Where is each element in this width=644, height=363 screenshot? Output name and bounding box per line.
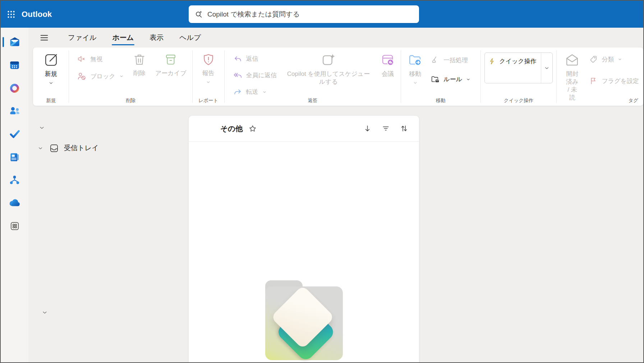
chevron-down-icon [206,80,211,84]
inbox-icon [49,143,59,153]
button-label: フラグを設定 [602,77,639,85]
tab-view[interactable]: 表示 [143,30,170,45]
chevron-down-icon [39,125,45,131]
copilot-icon [9,83,20,94]
org-chart-icon [9,175,20,186]
ribbon-group-respond: 返信 全員に返信 [225,47,401,106]
sidebar-item-calendar[interactable] [1,54,28,77]
chevron-down-icon [262,90,267,94]
button-label: 転送 [246,88,258,96]
sidebar-item-news[interactable] [1,146,28,169]
reply-icon [233,54,242,63]
topbar: Outlook [1,1,643,28]
app-title: Outlook [22,10,52,19]
app-launcher-button[interactable] [1,1,22,28]
move-button[interactable]: 移動 [405,52,426,86]
button-label: Copilot を使用してスケジュールする [287,70,370,86]
star-icon[interactable] [248,124,257,133]
favorites-collapse-button[interactable] [36,122,48,133]
tab-home[interactable]: ホーム [106,30,140,45]
compose-icon [43,52,59,68]
block-button[interactable]: ブロック [74,70,126,83]
search-input[interactable] [207,10,413,18]
message-list: その他 [189,116,419,362]
sidebar-item-onedrive[interactable] [1,192,28,215]
block-person-icon [77,72,86,81]
delete-button[interactable]: 削除 [129,52,150,78]
quick-steps-split-button[interactable]: クイック操作 [484,52,553,83]
categorize-button[interactable]: 分類 [586,53,642,65]
group-label: 返答 [225,97,401,104]
hamburger-menu-button[interactable] [36,31,52,45]
groups-collapse-button[interactable] [38,307,51,318]
sidebar-item-org-chart[interactable] [1,169,28,192]
group-label: レポート [193,97,224,104]
copilot-schedule-icon [321,52,336,68]
menubar: ファイル ホーム 表示 ヘルプ [28,28,643,47]
sweep-button[interactable]: 一括処理 [428,54,473,66]
group-label: クイック操作 [481,97,557,104]
button-label: 新規 [45,70,57,78]
rules-icon [431,75,440,84]
sidebar-item-people[interactable] [1,100,28,123]
group-label: タグ [557,97,643,104]
tab-help[interactable]: ヘルプ [173,30,207,45]
search-box[interactable] [189,5,419,23]
button-label: 移動 [409,70,421,78]
calendar-icon [9,60,20,71]
sweep-icon [431,56,440,65]
news-icon [9,152,20,163]
ignore-button[interactable]: 無視 [74,52,126,65]
list-tab-other[interactable]: その他 [220,124,243,134]
ribbon-group-delete: 無視 ブロック [69,47,192,106]
button-label: アーカイブ [155,69,187,77]
button-label: ブロック [90,72,115,81]
lightning-icon [488,58,496,65]
sidebar-item-more-apps[interactable] [1,215,28,238]
button-label: ルール [443,75,462,83]
reply-button[interactable]: 返信 [230,52,280,65]
tab-file[interactable]: ファイル [61,30,103,45]
mail-icon [9,36,20,48]
read-unread-button[interactable]: 開封済み / 未読 [562,52,583,102]
set-flag-button[interactable]: フラグを設定 [586,75,642,87]
sidebar-item-todo[interactable] [1,123,28,146]
new-mail-button[interactable]: 新規 [41,52,61,86]
ribbon: 新規 新規 無視 [33,47,643,106]
meeting-button[interactable]: 会議 [377,52,398,79]
button-label: 無視 [90,55,102,63]
rules-button[interactable]: ルール [428,73,473,86]
report-button[interactable]: 報告 [198,52,218,85]
chevron-down-icon [49,81,54,86]
sidebar-item-copilot[interactable] [1,77,28,100]
main-area: ファイル ホーム 表示 ヘルプ 新規 [28,28,643,362]
list-actions [363,124,408,133]
ribbon-tabs: ファイル ホーム 表示 ヘルプ [61,30,207,45]
arrow-down-icon[interactable] [363,124,372,133]
button-label: 全員に返信 [246,71,277,79]
sidebar-item-mail[interactable] [1,31,28,54]
envelope-icon [565,52,580,68]
quick-steps-dropdown[interactable] [541,53,552,83]
arrows-up-down-icon[interactable] [400,124,408,133]
message-list-body: フォルダーは空です [189,142,419,362]
empty-state: フォルダーは空です [189,280,419,363]
filter-icon[interactable] [382,124,390,133]
chevron-down-icon[interactable] [36,146,45,151]
folder-item-inbox[interactable]: 受信トレイ [33,140,183,156]
folder-pane: 受信トレイ [28,106,189,362]
selected-indicator [3,37,4,47]
forward-button[interactable]: 転送 [230,86,280,98]
group-label: 移動 [401,97,480,104]
flag-icon [589,77,598,85]
quick-steps-main[interactable]: クイック操作 [485,53,541,83]
archive-button[interactable]: アーカイブ [152,52,189,78]
copilot-schedule-button[interactable]: Copilot を使用してスケジュールする [284,52,373,87]
reply-all-button[interactable]: 全員に返信 [230,69,280,82]
button-label: 返信 [246,55,258,63]
ribbon-group-tags: 開封済み / 未読 分類 [557,47,643,106]
button-label: クイック操作 [499,57,537,65]
reply-all-icon [233,71,242,80]
group-label: 新規 [33,97,69,104]
more-apps-icon [9,221,20,231]
